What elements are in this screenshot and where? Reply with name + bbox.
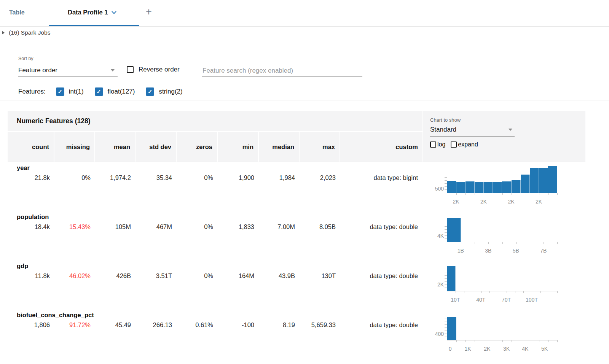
x-axis-tick <box>557 340 558 342</box>
feature-rows: year21.8k0%1,974.235.340%1,9001,9842,023… <box>8 162 585 358</box>
y-axis-tick <box>445 272 447 272</box>
histogram-bar <box>447 317 456 340</box>
cell-custom: data type: double <box>340 260 422 309</box>
x-axis-tick <box>484 340 484 342</box>
feature-name: biofuel_cons_change_pct <box>17 312 94 319</box>
x-tick-label: 2K <box>484 346 490 352</box>
histogram-bar <box>530 168 539 193</box>
feature-row-year: year21.8k0%1,974.235.340%1,9001,9842,023… <box>8 162 585 211</box>
caret-down-icon <box>509 129 512 131</box>
cell-max: 130T <box>300 260 340 309</box>
cell-max: 8.05B <box>300 211 340 260</box>
x-tick-label: 5K <box>541 346 548 352</box>
column-header-row: countmissingmeanstd devzerosminmedianmax… <box>8 132 422 162</box>
x-axis-tick <box>512 340 512 342</box>
cell-mean: 426B <box>95 260 136 309</box>
histogram-bar <box>466 181 475 193</box>
x-axis-tick <box>464 291 464 293</box>
histogram-bars <box>447 263 557 291</box>
checkbox-unchecked-icon[interactable] <box>430 141 436 148</box>
feature-type-string[interactable]: ✓ string(2) <box>146 87 182 96</box>
log-checkbox[interactable]: log <box>430 141 445 148</box>
y-tick-label: 2K <box>423 281 444 288</box>
x-tick-label: 2K <box>453 199 459 205</box>
x-axis-tick <box>548 193 548 195</box>
feature-row-gdp: gdp11.8k46.02%426B3.51T0%164M43.9B130Tda… <box>8 260 585 309</box>
x-axis-tick <box>461 242 461 244</box>
cell-min: 1,900 <box>218 162 259 211</box>
x-axis-tick <box>466 340 466 342</box>
histogram-population: 4K1B3B5B7B <box>422 211 585 260</box>
checkbox-unchecked-icon[interactable] <box>451 141 457 148</box>
column-header-max: max <box>300 132 340 162</box>
checkbox-checked-icon[interactable]: ✓ <box>56 87 64 96</box>
reverse-order-label: Reverse order <box>139 66 180 73</box>
x-axis-tick <box>532 291 532 293</box>
x-axis-tick <box>549 291 549 293</box>
x-axis-tick <box>540 291 541 293</box>
y-axis-tick <box>445 275 447 276</box>
y-axis-tick <box>445 217 447 217</box>
cell-zeros: 0% <box>177 260 218 309</box>
spark-jobs-toggle[interactable]: (16) Spark Jobs <box>2 29 50 36</box>
x-axis-tick <box>544 242 544 244</box>
y-tick-label: 400 <box>423 331 444 337</box>
x-axis-tick <box>530 340 530 342</box>
y-axis-tick <box>445 180 447 181</box>
sort-by-select[interactable]: Feature order <box>18 64 118 77</box>
checkbox-checked-icon[interactable]: ✓ <box>95 87 103 96</box>
checkbox-unchecked-icon[interactable] <box>127 66 134 73</box>
reverse-order-checkbox[interactable]: Reverse order <box>127 66 180 73</box>
cell-std_dev: 35.34 <box>136 162 177 211</box>
x-axis-tick <box>502 242 503 244</box>
feature-values: 21.8k0%1,974.235.340%1,9001,9842,023data… <box>8 162 585 211</box>
cell-max: 5,659.33 <box>300 309 340 358</box>
cell-count: 21.8k <box>8 162 54 211</box>
y-axis-tick <box>445 288 447 288</box>
tab-data-profile[interactable]: Data Profile 1 <box>68 9 116 16</box>
column-header-missing: missing <box>54 132 94 162</box>
checkbox-checked-icon[interactable]: ✓ <box>146 87 154 96</box>
histogram-plot <box>447 165 557 193</box>
feature-type-int[interactable]: ✓ int(1) <box>56 87 84 96</box>
histogram-plot <box>447 312 557 340</box>
histogram-plot <box>447 214 557 242</box>
x-axis-tick <box>539 193 539 195</box>
x-axis-tick <box>523 291 524 293</box>
x-axis-tick <box>498 291 498 293</box>
feature-type-float-label: float(127) <box>108 88 135 95</box>
y-axis-tick <box>445 315 447 315</box>
x-tick-label: 10T <box>451 297 460 303</box>
x-axis-tick <box>557 242 558 244</box>
x-axis-tick <box>475 242 475 244</box>
expand-checkbox[interactable]: expand <box>451 141 478 148</box>
add-tab-button[interactable]: + <box>146 6 152 18</box>
cell-min: 164M <box>218 260 259 309</box>
x-axis-tick <box>481 291 481 293</box>
x-axis-tick <box>488 242 489 244</box>
x-tick-label: 0 <box>449 346 452 352</box>
x-tick-label: 7B <box>540 248 547 254</box>
histogram-gdp: 2K10T40T70T100T <box>422 260 585 309</box>
x-axis-tick <box>516 242 517 244</box>
histogram-biofuel_cons_change_pct: 40001K2K3K4K5K <box>422 309 585 358</box>
tab-bar: Table Data Profile 1 + <box>0 0 609 27</box>
feature-type-float[interactable]: ✓ float(127) <box>95 87 135 96</box>
histogram-bar <box>548 166 557 193</box>
data-profile-screen: Table Data Profile 1 + (16) Spark Jobs S… <box>0 0 609 364</box>
tab-table[interactable]: Table <box>9 9 25 16</box>
cell-median: 1,984 <box>259 162 300 211</box>
y-axis-tick <box>445 327 447 328</box>
column-header-count: count <box>8 132 54 162</box>
y-axis-tick <box>445 189 447 190</box>
x-tick-label: 2K <box>480 199 487 205</box>
y-axis-tick <box>445 174 447 174</box>
chart-type-select[interactable]: Standard <box>430 123 515 137</box>
feature-search-input[interactable] <box>202 65 362 77</box>
x-axis-tick <box>456 340 457 342</box>
chevron-down-icon[interactable] <box>112 9 117 14</box>
x-axis-tick <box>475 193 475 195</box>
cell-mean: 1,974.2 <box>95 162 136 211</box>
histogram-bars <box>447 165 557 193</box>
histogram-bar <box>493 182 502 193</box>
